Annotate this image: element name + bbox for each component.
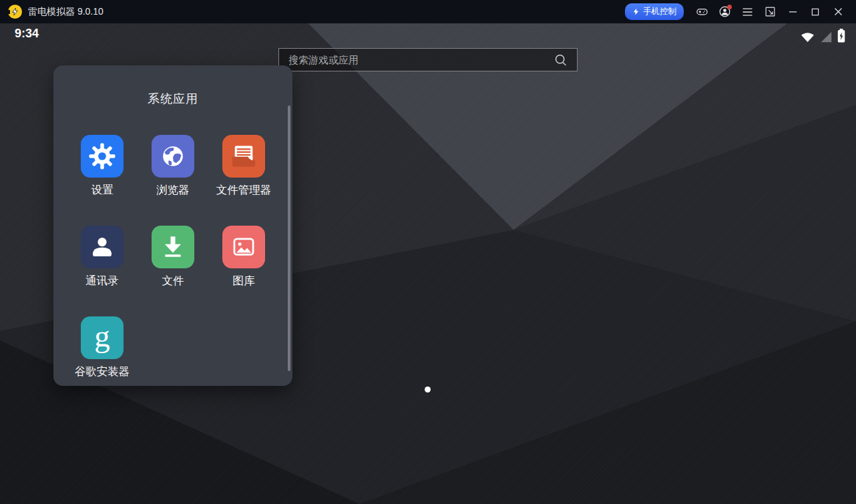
window-title: 雷电模拟器 9.0.10: [28, 6, 103, 18]
lightning-icon: [632, 7, 640, 16]
files-download-icon: [152, 226, 194, 268]
g-glyph: g: [94, 320, 110, 352]
google-installer-g-icon: g: [81, 316, 124, 359]
contacts-person-icon: [81, 226, 124, 268]
maximize-icon[interactable]: [804, 0, 827, 23]
window-titlebar: 雷电模拟器 9.0.10 手机控制: [0, 0, 856, 23]
phone-control-label: 手机控制: [643, 6, 676, 17]
file-manager-folder-icon: [222, 135, 265, 178]
app-gallery[interactable]: 图库: [222, 226, 265, 288]
phone-control-button[interactable]: 手机控制: [625, 3, 684, 20]
browser-globe-icon: [152, 135, 194, 178]
app-label: 文件管理器: [197, 183, 290, 198]
ldplayer-logo-icon: [8, 5, 22, 19]
app-contacts[interactable]: 通讯录: [81, 226, 124, 288]
ldplayer-window: 雷电模拟器 9.0.10 手机控制: [0, 0, 856, 504]
app-files[interactable]: 文件: [152, 226, 194, 288]
page-indicator-dot: [425, 387, 431, 393]
notification-dot: [727, 5, 732, 9]
battery-charging-icon: [837, 29, 845, 45]
gamepad-icon[interactable]: [690, 0, 713, 23]
android-screen: 9:34: [0, 23, 856, 504]
account-icon[interactable]: [713, 0, 736, 23]
search-bar[interactable]: [278, 48, 578, 71]
settings-gear-icon: [81, 135, 124, 178]
app-label: 图库: [197, 274, 290, 288]
app-google-installer[interactable]: g 谷歌安装器: [81, 316, 124, 379]
app-grid: 设置 浏览器: [81, 135, 265, 379]
panel-scrollbar[interactable]: [288, 105, 290, 371]
wifi-icon: [800, 30, 815, 45]
app-browser[interactable]: 浏览器: [152, 135, 194, 198]
app-label: 谷歌安装器: [55, 364, 149, 379]
menu-icon[interactable]: [736, 0, 759, 23]
signal-icon: [820, 31, 833, 45]
close-icon[interactable]: [827, 0, 849, 23]
minimize-icon[interactable]: [781, 0, 804, 23]
app-file-manager[interactable]: 文件管理器: [222, 135, 265, 198]
status-time: 9:34: [15, 27, 39, 41]
system-apps-panel: 系统应用: [53, 65, 292, 386]
search-icon[interactable]: [554, 53, 577, 67]
status-icons: [800, 29, 845, 45]
panel-title: 系统应用: [53, 91, 292, 107]
search-input[interactable]: [279, 54, 554, 65]
fullscreen-icon[interactable]: [759, 0, 781, 23]
app-settings[interactable]: 设置: [81, 135, 124, 198]
gallery-image-icon: [222, 226, 265, 268]
